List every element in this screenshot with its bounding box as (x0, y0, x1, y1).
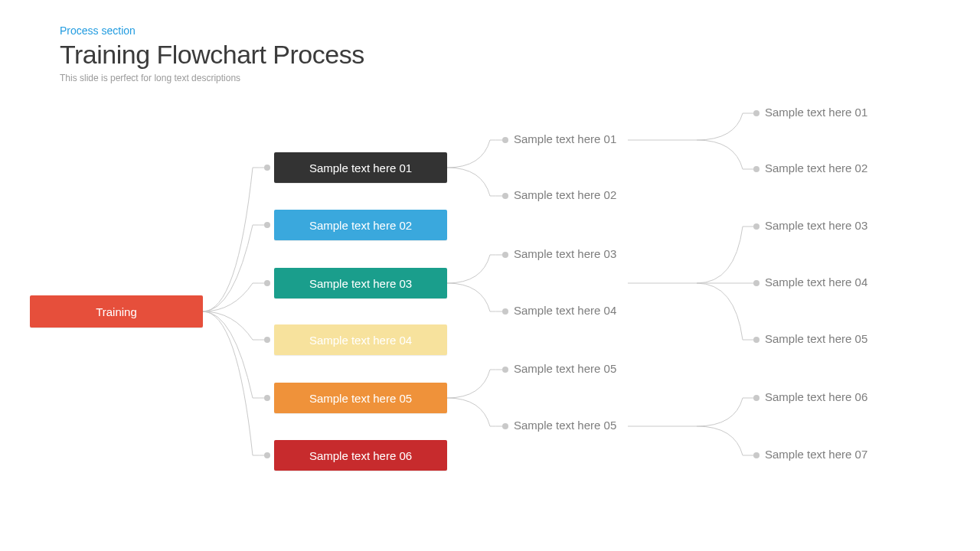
svg-point-3 (264, 337, 270, 343)
level4-leaf: Sample text here 05 (765, 332, 867, 345)
level4-leaf: Sample text here 04 (765, 276, 867, 289)
svg-point-16 (753, 337, 760, 343)
level2-node-2: Sample text here 02 (274, 210, 447, 240)
svg-point-0 (264, 165, 270, 171)
svg-point-14 (753, 223, 760, 230)
level2-node-5: Sample text here 05 (274, 383, 447, 413)
svg-point-17 (753, 395, 760, 401)
level3-leaf: Sample text here 05 (514, 362, 616, 375)
level3-leaf: Sample text here 01 (514, 132, 616, 145)
level2-node-4: Sample text here 04 (274, 324, 447, 355)
root-node: Training (30, 295, 203, 328)
svg-point-10 (502, 367, 508, 373)
svg-point-18 (753, 452, 760, 458)
level3-leaf: Sample text here 05 (514, 419, 616, 432)
level4-leaf: Sample text here 06 (765, 390, 867, 403)
svg-point-15 (753, 280, 760, 286)
svg-point-4 (264, 395, 270, 401)
svg-point-9 (502, 308, 508, 315)
svg-point-2 (264, 280, 270, 286)
level3-leaf: Sample text here 04 (514, 304, 616, 317)
level2-node-6: Sample text here 06 (274, 440, 447, 471)
level4-leaf: Sample text here 07 (765, 448, 867, 461)
level2-node-3: Sample text here 03 (274, 268, 447, 298)
svg-point-8 (502, 252, 508, 258)
svg-point-1 (264, 222, 270, 228)
level2-node-1: Sample text here 01 (274, 152, 447, 183)
level4-leaf: Sample text here 02 (765, 161, 867, 174)
svg-point-6 (502, 137, 508, 143)
svg-point-11 (502, 423, 508, 429)
svg-point-12 (753, 110, 760, 116)
level3-leaf: Sample text here 02 (514, 188, 616, 201)
svg-point-7 (502, 193, 508, 199)
svg-point-5 (264, 452, 270, 458)
level3-leaf: Sample text here 03 (514, 247, 616, 260)
svg-point-13 (753, 166, 760, 172)
level4-leaf: Sample text here 03 (765, 219, 867, 232)
level4-leaf: Sample text here 01 (765, 106, 867, 119)
